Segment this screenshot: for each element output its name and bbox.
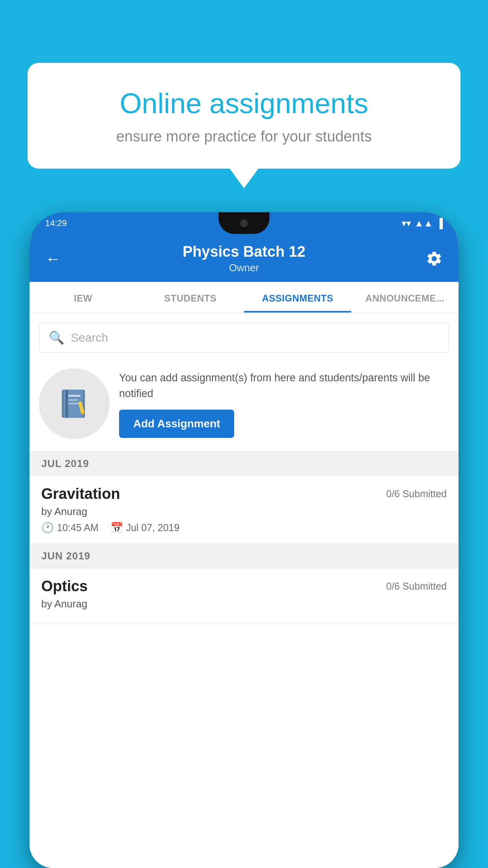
notch bbox=[218, 212, 270, 234]
svg-rect-2 bbox=[66, 390, 68, 418]
gear-icon bbox=[426, 250, 443, 267]
assignment-submitted: 0/6 Submitted bbox=[386, 488, 447, 500]
promo-section: You can add assignment(s) from here and … bbox=[29, 360, 459, 451]
svg-rect-5 bbox=[68, 403, 79, 404]
calendar-icon: 📅 bbox=[110, 522, 123, 534]
notebook-icon bbox=[57, 386, 92, 421]
assignment-submitted-optics: 0/6 Submitted bbox=[386, 581, 447, 592]
svg-rect-3 bbox=[68, 395, 81, 397]
promo-icon-circle bbox=[39, 368, 110, 439]
promo-text-block: You can add assignment(s) from here and … bbox=[119, 370, 449, 438]
assignment-title: Gravitation bbox=[41, 485, 120, 502]
promo-description: You can add assignment(s) from here and … bbox=[119, 370, 449, 402]
signal-icon: ▲▲ bbox=[414, 218, 433, 229]
assignment-by-optics: by Anurag bbox=[41, 598, 447, 610]
section-header-jun: JUN 2019 bbox=[29, 544, 459, 568]
assignment-time: 🕐 10:45 AM bbox=[41, 522, 99, 534]
status-icons: ▾▾ ▲▲ ▐ bbox=[402, 218, 443, 229]
speech-bubble-subtitle: ensure more practice for your students bbox=[55, 128, 433, 145]
wifi-icon: ▾▾ bbox=[402, 218, 411, 229]
svg-rect-4 bbox=[68, 399, 78, 401]
assignment-top-row: Gravitation 0/6 Submitted bbox=[41, 485, 447, 502]
battery-icon: ▐ bbox=[436, 218, 443, 229]
header-title: Physics Batch 12 bbox=[69, 243, 419, 260]
phone-frame: 14:29 ▾▾ ▲▲ ▐ ← Physics Batch 12 Owner bbox=[29, 212, 459, 868]
status-bar: 14:29 ▾▾ ▲▲ ▐ bbox=[29, 212, 459, 234]
assignment-date: 📅 Jul 07, 2019 bbox=[110, 522, 180, 534]
app-header: ← Physics Batch 12 Owner bbox=[29, 234, 459, 282]
time-display: 14:29 bbox=[45, 218, 67, 228]
tab-bar: IEW STUDENTS ASSIGNMENTS ANNOUNCEME... bbox=[29, 282, 459, 313]
add-assignment-button[interactable]: Add Assignment bbox=[119, 410, 234, 438]
tab-assignments[interactable]: ASSIGNMENTS bbox=[244, 282, 351, 313]
settings-button[interactable] bbox=[419, 250, 443, 267]
tab-iew[interactable]: IEW bbox=[29, 282, 137, 313]
search-input[interactable]: Search bbox=[71, 331, 108, 344]
header-title-block: Physics Batch 12 Owner bbox=[69, 243, 419, 274]
clock-icon: 🕐 bbox=[41, 522, 54, 534]
assignment-top-row-optics: Optics 0/6 Submitted bbox=[41, 578, 447, 595]
assignment-title-optics: Optics bbox=[41, 578, 88, 595]
screen-content: 🔍 Search bbox=[29, 313, 459, 868]
assignment-item-optics[interactable]: Optics 0/6 Submitted by Anurag bbox=[29, 568, 459, 624]
camera bbox=[240, 219, 248, 227]
header-subtitle: Owner bbox=[69, 262, 419, 274]
back-button[interactable]: ← bbox=[45, 250, 69, 268]
tab-students[interactable]: STUDENTS bbox=[137, 282, 244, 313]
tab-announcements[interactable]: ANNOUNCEME... bbox=[351, 282, 459, 313]
phone-body: ← Physics Batch 12 Owner IEW STUDENTS AS… bbox=[29, 234, 459, 868]
assignment-meta: 🕐 10:45 AM 📅 Jul 07, 2019 bbox=[41, 522, 447, 534]
search-bar[interactable]: 🔍 Search bbox=[39, 323, 449, 353]
speech-bubble: Online assignments ensure more practice … bbox=[28, 63, 460, 169]
assignment-by: by Anurag bbox=[41, 506, 447, 518]
section-header-jul: JUL 2019 bbox=[29, 451, 459, 476]
assignment-item-gravitation[interactable]: Gravitation 0/6 Submitted by Anurag 🕐 10… bbox=[29, 476, 459, 544]
speech-bubble-title: Online assignments bbox=[55, 86, 433, 120]
search-icon: 🔍 bbox=[49, 330, 64, 345]
